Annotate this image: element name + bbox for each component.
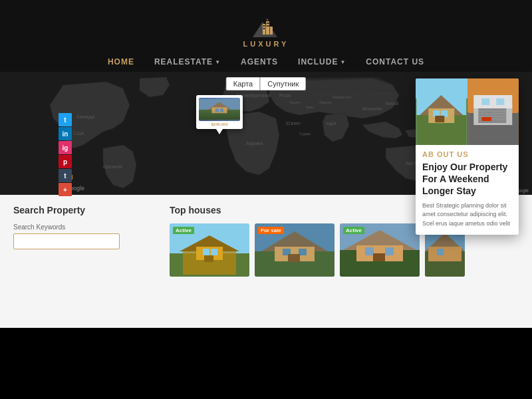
svg-text:Судан: Судан xyxy=(299,132,311,136)
svg-rect-6 xyxy=(263,28,265,29)
svg-rect-51 xyxy=(288,254,300,262)
svg-text:Єгипет: Єгипет xyxy=(286,121,301,126)
main-container: LUXURY HOME REALESTATE ▼ AGENTS INCLUDE … xyxy=(0,0,532,399)
logo-text: LUXURY xyxy=(243,40,289,48)
svg-rect-70 xyxy=(435,116,444,122)
svg-text:Китай: Китай xyxy=(386,101,398,106)
social-btn-twitter[interactable]: t xyxy=(59,113,72,126)
svg-rect-7 xyxy=(267,23,268,24)
header: LUXURY HOME REALESTATE ▼ AGENTS INCLUDE … xyxy=(0,0,532,72)
svg-rect-43 xyxy=(211,249,217,255)
svg-rect-32 xyxy=(199,110,240,120)
svg-text:Індія: Індія xyxy=(326,121,336,126)
svg-text:Канада: Канада xyxy=(76,114,95,120)
about-img-left xyxy=(416,78,467,145)
svg-rect-81 xyxy=(496,98,504,105)
svg-text:США: США xyxy=(73,131,84,136)
content-section: Search Property Search Keywords Top hous… xyxy=(0,195,532,328)
nav-item-realestate[interactable]: REALESTATE ▼ xyxy=(154,57,221,66)
property-card-2[interactable]: For sale xyxy=(255,223,334,277)
svg-rect-9 xyxy=(267,25,268,27)
svg-rect-5 xyxy=(263,25,265,27)
svg-rect-82 xyxy=(481,117,491,121)
map-pin xyxy=(216,129,223,134)
include-dropdown-icon: ▼ xyxy=(340,59,346,65)
svg-rect-58 xyxy=(373,253,385,261)
map-btn-satellite[interactable]: Супутник xyxy=(260,77,306,90)
property-1-badge: Active xyxy=(173,227,194,234)
svg-text:Африка: Африка xyxy=(246,141,263,146)
svg-marker-11 xyxy=(267,19,269,21)
svg-text:Іран: Іран xyxy=(306,105,314,109)
svg-rect-44 xyxy=(204,255,213,262)
svg-rect-62 xyxy=(428,247,462,261)
property-card-1[interactable]: Active xyxy=(170,223,249,277)
social-sidebar: t in ig p t + xyxy=(59,113,72,196)
search-property-title: Search Property xyxy=(13,205,146,215)
property-card-3[interactable]: Active xyxy=(340,223,420,277)
svg-rect-10 xyxy=(268,25,269,27)
property-2-badge: For sale xyxy=(258,227,284,234)
social-btn-instagram[interactable]: ig xyxy=(59,141,72,154)
search-input[interactable] xyxy=(13,233,120,249)
svg-text:Монголія: Монголія xyxy=(362,106,382,111)
nav-item-contact[interactable]: CONTACT US xyxy=(366,57,424,66)
svg-text:Казахстан: Казахстан xyxy=(332,95,351,99)
svg-text:Туреч.: Туреч. xyxy=(289,100,301,104)
about-card: AB OUT US Enjoy Our Property For A Weeke… xyxy=(416,78,519,235)
svg-rect-63 xyxy=(437,249,444,255)
logo-icon xyxy=(249,12,283,39)
about-card-images xyxy=(416,78,519,145)
logo-container: LUXURY xyxy=(0,7,532,52)
svg-rect-8 xyxy=(268,23,269,24)
nav: HOME REALESTATE ▼ AGENTS INCLUDE ▼ CONTA… xyxy=(0,52,532,72)
about-img-right xyxy=(467,78,519,145)
about-card-desc: Best Strategic planning dolor sit amet c… xyxy=(416,201,519,235)
social-btn-pinterest[interactable]: p xyxy=(59,155,72,168)
svg-text:Афган.: Афган. xyxy=(319,100,332,104)
svg-rect-42 xyxy=(203,249,209,255)
social-btn-tumblr[interactable]: t xyxy=(59,169,72,182)
map-property-card[interactable]: $245,000 xyxy=(196,95,243,129)
map-btn-map[interactable]: Карта xyxy=(226,77,260,90)
social-btn-linkedin[interactable]: in xyxy=(59,127,72,140)
map-controls: Карта Супутник xyxy=(226,77,306,90)
nav-item-agents[interactable]: AGENTS xyxy=(241,57,278,66)
property-3-badge: Active xyxy=(343,227,364,234)
nav-item-include[interactable]: INCLUDE ▼ xyxy=(298,57,346,66)
svg-text:Росія: Росія xyxy=(279,93,291,98)
svg-rect-35 xyxy=(215,108,219,112)
about-card-title: Enjoy Our Property For A Weekend Longer … xyxy=(416,161,519,201)
left-panel: Search Property Search Keywords xyxy=(0,195,160,328)
svg-rect-36 xyxy=(220,108,223,112)
map-property-card-price: $245,000 xyxy=(199,122,240,126)
svg-rect-34 xyxy=(211,107,227,113)
about-card-label: AB OUT US xyxy=(416,145,519,161)
svg-rect-57 xyxy=(385,247,394,255)
realestate-dropdown-icon: ▼ xyxy=(215,59,221,65)
svg-text:Бразилія: Бразилія xyxy=(103,164,122,170)
svg-rect-74 xyxy=(473,95,512,108)
svg-rect-80 xyxy=(481,98,489,105)
search-keywords-label: Search Keywords xyxy=(13,223,146,231)
map-property-card-image xyxy=(199,98,240,121)
svg-rect-56 xyxy=(365,247,374,255)
svg-rect-4 xyxy=(270,27,273,35)
social-btn-google-plus[interactable]: + xyxy=(59,183,72,196)
nav-item-home[interactable]: HOME xyxy=(108,57,134,66)
